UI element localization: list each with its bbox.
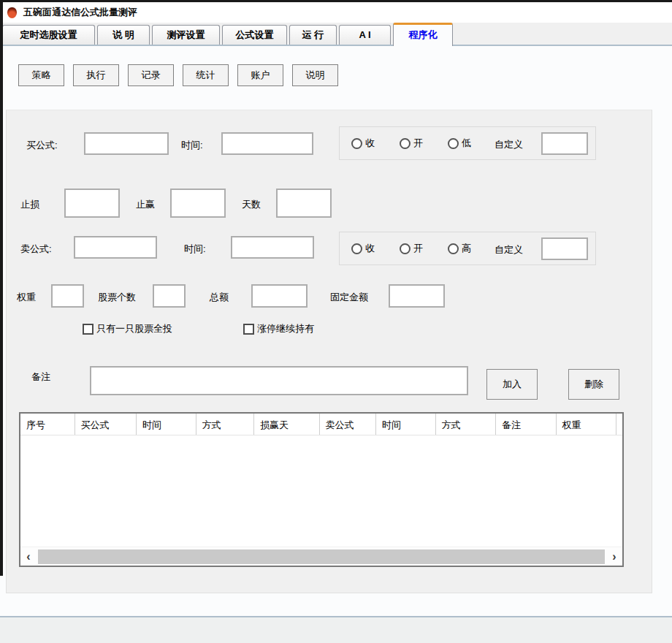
only-one-stock-checkbox[interactable]: 只有一只股票全投 — [83, 322, 172, 335]
buy-price-close-label: 收 — [365, 137, 375, 150]
window-title: 五碗面通达信公式批量测评 — [23, 6, 137, 19]
radio-circle-icon — [400, 138, 411, 149]
col-buy-formula[interactable]: 买公式 — [75, 414, 137, 435]
tab-ai[interactable]: A I — [339, 25, 391, 45]
remark-input[interactable] — [90, 366, 468, 395]
strategy-list-table: 序号 买公式 时间 方式 损赢天 卖公式 时间 方式 备注 权重 ‹ › — [19, 412, 624, 567]
horizontal-scrollbar[interactable]: ‹ › — [20, 547, 622, 566]
stop-win-input[interactable] — [170, 189, 226, 218]
stock-count-input[interactable] — [153, 284, 186, 308]
window-left-edge — [0, 0, 3, 576]
col-sell-formula[interactable]: 卖公式 — [320, 414, 377, 435]
col-buy-method[interactable]: 方式 — [196, 414, 255, 435]
delete-button[interactable]: 删除 — [568, 369, 619, 400]
buy-formula-input[interactable] — [84, 132, 169, 155]
tab-timed-stock-settings[interactable]: 定时选股设置 — [2, 25, 95, 45]
table-body-empty[interactable] — [20, 435, 622, 547]
window-top-edge — [0, 0, 672, 2]
sell-price-open-radio[interactable]: 开 — [400, 242, 423, 255]
tab-formula-settings[interactable]: 公式设置 — [222, 25, 287, 45]
buy-custom-label: 自定义 — [495, 138, 523, 151]
help-button[interactable]: 说明 — [292, 64, 338, 86]
days-label: 天数 — [242, 198, 261, 211]
weight-input[interactable] — [51, 284, 84, 308]
sell-price-high-label: 高 — [462, 242, 471, 255]
account-button[interactable]: 账户 — [237, 64, 283, 86]
radio-circle-icon — [351, 138, 362, 149]
app-window: 五碗面通达信公式批量测评 定时选股设置 说 明 测评设置 公式设置 运 行 A … — [0, 0, 672, 643]
fixed-amount-label: 固定金额 — [330, 291, 368, 304]
tab-page-programmatic: 策略 执行 记录 统计 账户 说明 买公式: 时间: 收 开 — [0, 47, 672, 616]
checkbox-square-icon — [243, 324, 254, 335]
col-remark[interactable]: 备注 — [496, 414, 557, 435]
col-sell-time[interactable]: 时间 — [376, 414, 436, 435]
stop-loss-label: 止损 — [20, 198, 39, 211]
sell-time-label: 时间: — [184, 243, 206, 256]
sell-price-high-radio[interactable]: 高 — [448, 242, 471, 255]
scrollbar-thumb[interactable] — [38, 549, 605, 564]
stop-win-label: 止赢 — [136, 198, 155, 211]
radio-circle-icon — [351, 243, 362, 254]
sell-custom-input[interactable] — [541, 237, 588, 260]
bottom-strip — [0, 617, 672, 643]
radio-circle-icon — [400, 243, 411, 254]
remark-label: 备注 — [31, 370, 50, 384]
total-amount-input[interactable] — [251, 284, 308, 308]
weight-label: 权重 — [17, 291, 36, 304]
buy-time-input[interactable] — [221, 132, 313, 155]
titlebar: 五碗面通达信公式批量测评 — [0, 2, 672, 23]
fixed-amount-input[interactable] — [389, 284, 445, 308]
days-input[interactable] — [276, 189, 332, 218]
buy-formula-label: 买公式: — [26, 139, 58, 152]
col-sell-method[interactable]: 方式 — [436, 414, 497, 435]
tab-instructions[interactable]: 说 明 — [97, 25, 150, 45]
statistics-button[interactable]: 统计 — [183, 64, 229, 86]
stock-count-label: 股票个数 — [98, 291, 136, 304]
buy-time-label: 时间: — [181, 139, 203, 152]
radio-circle-icon — [448, 138, 459, 149]
col-seq[interactable]: 序号 — [20, 414, 75, 435]
limit-up-hold-checkbox[interactable]: 涨停继续持有 — [243, 322, 314, 335]
tab-run[interactable]: 运 行 — [289, 25, 337, 45]
col-filler — [616, 414, 622, 435]
buy-price-close-radio[interactable]: 收 — [351, 137, 375, 150]
col-loss-win-days[interactable]: 损赢天 — [254, 414, 319, 435]
buy-price-low-label: 低 — [462, 137, 471, 150]
buy-price-open-label: 开 — [413, 137, 423, 150]
table-header-row: 序号 买公式 时间 方式 损赢天 卖公式 时间 方式 备注 权重 — [20, 414, 622, 435]
total-amount-label: 总额 — [210, 291, 229, 304]
sell-price-open-label: 开 — [413, 242, 423, 255]
stop-loss-input[interactable] — [64, 189, 120, 218]
execute-button[interactable]: 执行 — [73, 64, 119, 86]
sell-custom-label: 自定义 — [495, 243, 523, 256]
add-button[interactable]: 加入 — [486, 369, 538, 400]
only-one-stock-checkbox-label: 只有一只股票全投 — [96, 322, 172, 335]
sell-price-type-group: 收 开 高 自定义 — [339, 232, 596, 265]
checkbox-square-icon — [83, 324, 93, 335]
strategy-form-panel: 买公式: 时间: 收 开 低 自定义 — [6, 110, 652, 593]
buy-price-open-radio[interactable]: 开 — [400, 137, 423, 150]
sell-price-close-radio[interactable]: 收 — [351, 242, 375, 255]
tab-bar: 定时选股设置 说 明 测评设置 公式设置 运 行 A I 程序化 — [0, 23, 672, 46]
buy-price-low-radio[interactable]: 低 — [448, 137, 471, 150]
scroll-left-arrow-icon[interactable]: ‹ — [23, 549, 34, 564]
buy-custom-input[interactable] — [541, 132, 588, 155]
radio-circle-icon — [448, 243, 459, 254]
sell-price-close-label: 收 — [365, 242, 375, 255]
sell-formula-input[interactable] — [74, 236, 157, 259]
col-buy-time[interactable]: 时间 — [137, 414, 196, 435]
tab-evaluation-settings[interactable]: 测评设置 — [152, 25, 220, 45]
sell-time-input[interactable] — [231, 236, 314, 259]
toolbar: 策略 执行 记录 统计 账户 说明 — [18, 64, 338, 86]
buy-price-type-group: 收 开 低 自定义 — [339, 126, 596, 160]
col-weight[interactable]: 权重 — [557, 414, 617, 435]
tab-programmatic[interactable]: 程序化 — [393, 23, 453, 46]
sell-formula-label: 卖公式: — [20, 243, 52, 256]
records-button[interactable]: 记录 — [128, 64, 174, 86]
app-flame-icon — [7, 7, 17, 18]
strategy-button[interactable]: 策略 — [18, 64, 64, 86]
limit-up-hold-checkbox-label: 涨停继续持有 — [257, 322, 314, 335]
scroll-right-arrow-icon[interactable]: › — [608, 549, 620, 564]
